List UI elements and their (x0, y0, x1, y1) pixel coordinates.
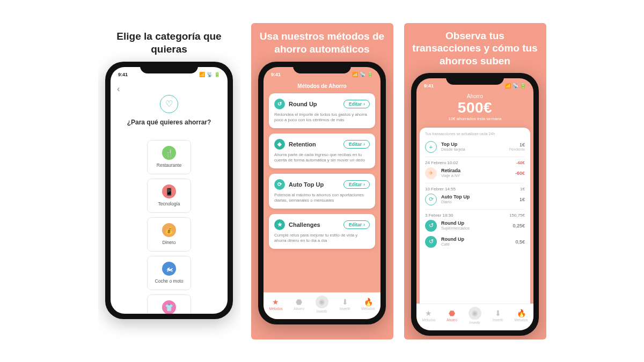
date-label: 10 Febrer 14:55 (425, 187, 456, 191)
date-amount: 150,75€ (509, 213, 525, 218)
tab-label: Invertir (470, 321, 480, 324)
tab-icon: ⬇ (495, 309, 501, 317)
method-card-retention[interactable]: ◆RetentionEditar ›Ahorra parte de cada i… (269, 134, 375, 168)
phone-screen: 9:41 📶 📡 🔋 Métodos de Ahorro ↺Round UpEd… (264, 67, 380, 319)
category-label: Restaurante (157, 162, 181, 168)
method-icon: ★ (274, 219, 285, 230)
panel-categories: Elige la categoría que quieras 9:41 📶 📡 … (98, 23, 240, 339)
phone-frame: 9:41 📶 📡 🔋 Ahorro 500€ 10€ ahorrados est… (411, 73, 539, 336)
phone-screen: 9:41 📶 📡 🔋 Ahorro 500€ 10€ ahorrados est… (416, 78, 533, 330)
edit-button[interactable]: Editar › (343, 100, 370, 108)
transaction-date-header: 24 Febrero 10:02-60€ (425, 160, 525, 165)
category-icon: 💰 (162, 223, 176, 237)
method-card-round-up[interactable]: ↺Round UpEditar ›Redondea el importe de … (269, 93, 375, 128)
edit-button[interactable]: Editar › (343, 220, 370, 229)
panel-methods: Usa nuestros métodos de ahorro automátic… (251, 23, 393, 339)
transaction-icon: + (425, 141, 437, 153)
category-dinero[interactable]: 💰Dinero (147, 217, 191, 252)
tab-métodos[interactable]: 🔥Métodos (515, 309, 528, 322)
phone-frame: 9:41 📶 📡 🔋 ‹ ♡ ¿Para qué quieres ahorrar… (105, 62, 233, 319)
tab-label: Invertir (317, 309, 327, 313)
savings-amount: 500€ (416, 99, 533, 116)
tab-label: Métodos (362, 307, 375, 311)
panel-title: Observa tus transacciones y cómo tus aho… (411, 29, 540, 68)
transaction-row[interactable]: ⟳Auto Top UpDiario1€ (425, 191, 525, 208)
tab-métodos[interactable]: ★Métodos (422, 309, 435, 322)
transaction-date-header: 10 Febrer 14:551€ (425, 187, 525, 191)
transaction-row[interactable]: ✈RetiradaViaje a NY-60€ (425, 165, 525, 181)
method-title: Challenges (289, 221, 340, 228)
tab-icon: 🔥 (517, 309, 526, 317)
phone-notch (293, 62, 351, 73)
method-icon: ◆ (274, 139, 285, 150)
panel-title: Elige la categoría que quieras (105, 29, 234, 56)
tab-ahorro[interactable]: ⬣Ahorro (447, 309, 457, 322)
phone-screen: 9:41 📶 📡 🔋 ‹ ♡ ¿Para qué quieres ahorrar… (111, 67, 228, 314)
signal-icon: 📶 (505, 83, 511, 88)
transaction-sub: Supermercados (441, 226, 508, 231)
tab-label: Métodos (515, 318, 528, 322)
category-coche-o-moto[interactable]: 🏍Coche o moto (147, 256, 191, 290)
method-title: Retention (289, 141, 340, 147)
transaction-name: Top Up (441, 142, 505, 147)
category-icon: 📱 (162, 184, 176, 198)
status-icons: 📶 📡 🔋 (352, 72, 373, 77)
transaction-row[interactable]: +Top UpDesde tarjeta1€Pendiente (425, 139, 525, 155)
date-label: 3 Febrer 18:30 (425, 213, 453, 218)
battery-icon: 🔋 (367, 72, 373, 77)
back-button[interactable]: ‹ (117, 84, 221, 94)
transaction-sub: Desde tarjeta (441, 147, 505, 152)
tab-métodos[interactable]: ★Métodos (269, 298, 282, 311)
pending-label: Pendiente (509, 147, 525, 151)
transaction-icon: ↺ (425, 236, 437, 248)
tab-ahorro[interactable]: ⬣Ahorro (294, 298, 304, 311)
tab-invertir[interactable]: ◉Invertir (469, 307, 481, 324)
chevron-right-icon: › (363, 182, 365, 187)
transaction-row[interactable]: ↺Round UpSupermercados0,25€ (425, 218, 525, 234)
edit-button[interactable]: Editar › (343, 140, 370, 149)
category-icon: 🍴 (162, 146, 176, 160)
transaction-name: Round Up (441, 237, 511, 242)
tab-icon: 🔥 (364, 298, 373, 306)
method-description: Ahorra parte de cada ingreso que recibas… (274, 152, 370, 164)
tab-invertir[interactable]: ⬇Invertir (340, 298, 350, 311)
tab-label: Ahorro (294, 307, 304, 311)
category-label: Tecnología (158, 201, 180, 206)
tab-métodos[interactable]: 🔥Métodos (362, 298, 375, 311)
methods-list: ↺Round UpEditar ›Redondea el importe de … (264, 93, 380, 249)
date-label: 24 Febrero 10:02 (425, 160, 458, 165)
category-ropa[interactable]: 👕Ropa (147, 294, 191, 314)
tab-invertir[interactable]: ◉Invertir (316, 295, 328, 313)
method-description: Redondea el importe de todos tus gastos … (274, 112, 370, 123)
savings-header: Ahorro 500€ 10€ ahorrados esta semana (416, 93, 533, 123)
transaction-icon: ✈ (425, 167, 437, 179)
transaction-icon: ⟳ (425, 194, 437, 205)
divider (425, 183, 525, 183)
category-label: Dinero (162, 240, 175, 245)
chevron-right-icon: › (363, 101, 365, 107)
tab-invertir[interactable]: ⬇Invertir (493, 309, 503, 322)
phone-notch (446, 73, 504, 85)
transaction-amount: 1€Pendiente (509, 142, 525, 151)
category-tecnología[interactable]: 📱Tecnología (147, 179, 191, 213)
transaction-sub: Diario (441, 200, 515, 204)
app-store-screenshots: Elige la categoría que quieras 9:41 📶 📡 … (66, 7, 579, 356)
tab-icon: ⬇ (342, 298, 348, 306)
wifi-icon: 📡 (513, 83, 518, 88)
tab-icon: ⬣ (449, 309, 455, 317)
transactions-hint: Tus transacciones se actualizan cada 24h (425, 132, 525, 136)
tab-label: Ahorro (447, 318, 457, 322)
edit-button[interactable]: Editar › (343, 180, 370, 189)
tab-bar: ★Métodos⬣Ahorro◉Invertir⬇Invertir🔥Método… (416, 304, 533, 330)
status-time: 9:41 (424, 83, 434, 88)
method-card-auto-top-up[interactable]: ⟳Auto Top UpEditar ›Potencia al máximo t… (269, 174, 375, 209)
category-icon: 🏍 (162, 262, 176, 276)
savings-title: Ahorro (416, 93, 533, 99)
method-title: Auto Top Up (289, 181, 340, 188)
signal-icon: 📶 (352, 72, 358, 77)
method-card-challenges[interactable]: ★ChallengesEditar ›Cumple retos para mej… (269, 214, 375, 249)
category-restaurante[interactable]: 🍴Restaurante (147, 140, 191, 174)
transactions-list[interactable]: +Top UpDesde tarjeta1€Pendiente24 Febrer… (425, 139, 525, 250)
panel-title: Usa nuestros métodos de ahorro automátic… (258, 29, 387, 56)
transaction-row[interactable]: ↺Round UpCafé0,5€ (425, 234, 525, 250)
